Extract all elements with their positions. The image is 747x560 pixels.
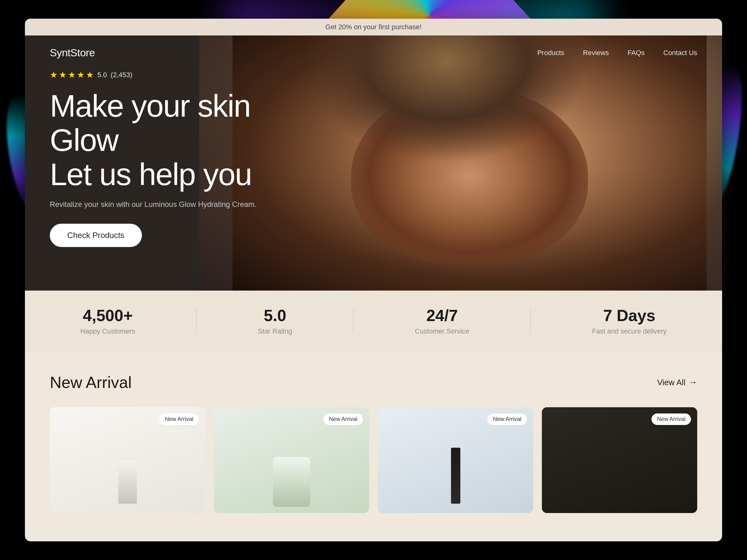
product-badge-2: New Arrival <box>324 414 363 425</box>
view-all-arrow-icon: → <box>689 377 697 387</box>
product-badge-1: New Arrival <box>159 414 199 425</box>
navigation: SyntStore Products Reviews FAQs Contact … <box>25 35 722 70</box>
star-3: ★ <box>68 70 76 80</box>
hero-portrait <box>232 35 706 291</box>
star-1: ★ <box>50 70 58 80</box>
star-2: ★ <box>59 70 67 80</box>
stat-rating-value: 5.0 <box>258 306 292 325</box>
logo[interactable]: SyntStore <box>50 47 537 59</box>
hero-subtitle: Revitalize your skin with our Luminous G… <box>50 200 261 209</box>
check-products-button[interactable]: Check Products <box>50 224 142 247</box>
hero-content: ★ ★ ★ ★ ★ 5.0 (2,453) Make your skin Glo… <box>50 70 261 247</box>
nav-link-contact[interactable]: Contact Us <box>663 49 697 57</box>
product-badge-4: New Arrival <box>651 414 691 425</box>
products-section: New Arrival View All → New Arrival New A… <box>25 351 722 526</box>
stat-delivery: 7 Days Fast and secure delivery <box>592 306 667 336</box>
product-badge-3: New Arrival <box>487 414 527 425</box>
view-all-label: View All <box>657 378 686 387</box>
promo-text: Get 20% on your first purchase! <box>325 23 421 31</box>
rating-score: 5.0 <box>97 71 107 79</box>
hero-section: SyntStore Products Reviews FAQs Contact … <box>25 35 722 291</box>
product-card-3[interactable]: New Arrival <box>378 407 533 513</box>
product-card-2[interactable]: New Arrival <box>214 407 369 513</box>
nav-link-products[interactable]: Products <box>537 49 564 57</box>
stat-service-label: Customer Service <box>415 327 469 336</box>
stat-delivery-label: Fast and secure delivery <box>592 327 667 336</box>
product-card-1[interactable]: New Arrival <box>50 407 205 513</box>
stat-service: 24/7 Customer Service <box>415 306 469 336</box>
section-header: New Arrival View All → <box>50 373 697 392</box>
browser-window: Get 20% on your first purchase! SyntStor… <box>25 19 722 541</box>
stat-rating: 5.0 Star Rating <box>258 306 292 336</box>
product-card-4[interactable]: New Arrival <box>542 407 697 513</box>
star-4: ★ <box>77 70 85 80</box>
nav-link-faqs[interactable]: FAQs <box>627 49 645 57</box>
products-grid: New Arrival New Arrival New Arrival New … <box>50 407 697 513</box>
hero-title-line1: Make your skin Glow <box>50 88 250 157</box>
stat-service-value: 24/7 <box>415 306 469 325</box>
rating-count: (2,453) <box>111 71 133 79</box>
view-all-link[interactable]: View All → <box>657 377 697 387</box>
stat-delivery-value: 7 Days <box>592 306 667 325</box>
stat-customers-label: Happy Customers <box>80 327 135 336</box>
stat-rating-label: Star Rating <box>258 327 292 336</box>
nav-links: Products Reviews FAQs Contact Us <box>537 49 697 57</box>
nav-link-reviews[interactable]: Reviews <box>583 49 609 57</box>
hero-rating: ★ ★ ★ ★ ★ 5.0 (2,453) <box>50 70 261 80</box>
stat-divider-2 <box>353 308 354 333</box>
star-5: ★ <box>86 70 94 80</box>
stats-bar: 4,500+ Happy Customers 5.0 Star Rating 2… <box>25 291 722 351</box>
promo-bar: Get 20% on your first purchase! <box>25 19 722 35</box>
hero-title-line2: Let us help you <box>50 157 252 192</box>
section-title: New Arrival <box>50 373 132 392</box>
stat-customers-value: 4,500+ <box>80 306 135 325</box>
star-rating: ★ ★ ★ ★ ★ <box>50 70 94 80</box>
stat-customers: 4,500+ Happy Customers <box>80 306 135 336</box>
hero-title: Make your skin Glow Let us help you <box>50 89 261 191</box>
